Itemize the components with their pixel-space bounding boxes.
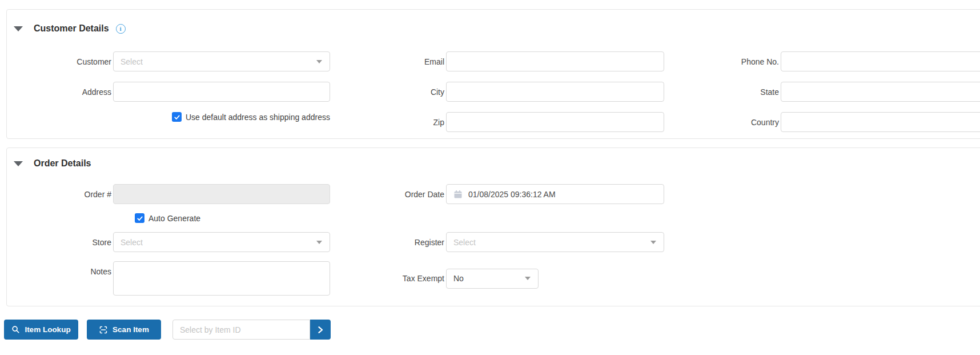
chevron-down-icon (650, 241, 656, 244)
checkmark-icon (174, 114, 180, 121)
address-field[interactable] (113, 82, 330, 102)
register-select-placeholder: Select (453, 238, 476, 247)
calendar-icon (453, 190, 463, 199)
state-field[interactable] (781, 82, 980, 102)
info-icon[interactable]: i (116, 24, 126, 34)
customer-select-placeholder: Select (121, 57, 143, 66)
item-action-bar: Item Lookup Scan Item (4, 320, 331, 340)
zip-label: Zip (332, 118, 444, 127)
customer-details-header: Customer Details i (7, 10, 980, 34)
order-date-label: Order Date (332, 190, 444, 199)
tax-exempt-label: Tax Exempt (332, 274, 444, 283)
notes-field[interactable] (113, 261, 330, 296)
phone-label: Phone No. (666, 57, 779, 66)
phone-field[interactable] (781, 51, 980, 71)
order-number-label: Order # (7, 190, 111, 199)
barcode-scan-icon (99, 325, 108, 334)
store-select[interactable]: Select (113, 232, 330, 252)
scan-item-label: Scan Item (113, 325, 149, 334)
city-field[interactable] (446, 82, 664, 102)
section-title: Order Details (34, 158, 91, 169)
auto-generate-checkbox-label: Auto Generate (148, 214, 200, 223)
chevron-down-icon (525, 277, 531, 280)
email-label: Email (332, 57, 444, 66)
notes-label: Notes (7, 267, 111, 276)
order-details-form: Order # Order Date 01/08/2025 09:36:12 A… (7, 184, 980, 296)
order-number-field (113, 184, 330, 204)
auto-generate-checkbox[interactable] (135, 213, 144, 223)
scan-item-button[interactable]: Scan Item (87, 320, 161, 340)
country-label: Country (666, 118, 779, 127)
item-id-go-button[interactable] (310, 320, 331, 340)
item-lookup-label: Item Lookup (25, 325, 70, 334)
register-select[interactable]: Select (446, 232, 664, 252)
customer-details-form: Customer Select Email Phone No. Address … (7, 51, 980, 132)
order-details-section: Order Details Order # Order Date 01/08/2… (6, 147, 980, 306)
chevron-down-icon (316, 241, 322, 244)
search-icon (11, 325, 20, 334)
collapse-arrow-icon[interactable] (14, 26, 23, 31)
auto-generate-checkbox-row: Auto Generate (135, 213, 330, 223)
customer-select[interactable]: Select (113, 51, 330, 71)
shipping-address-checkbox[interactable] (172, 112, 182, 122)
shipping-address-checkbox-row: Use default address as shipping address (172, 112, 330, 122)
section-title: Customer Details (34, 23, 109, 34)
state-label: State (666, 87, 779, 97)
checkmark-icon (136, 215, 143, 222)
chevron-down-icon (316, 60, 322, 63)
email-field[interactable] (446, 51, 664, 71)
customer-details-section: Customer Details i Customer Select Email… (6, 9, 980, 139)
tax-exempt-value: No (453, 274, 464, 283)
register-label: Register (332, 238, 444, 247)
order-date-value: 01/08/2025 09:36:12 AM (468, 190, 556, 199)
country-field[interactable] (781, 112, 980, 132)
customer-label: Customer (7, 57, 111, 66)
address-label: Address (7, 87, 111, 97)
zip-field[interactable] (446, 112, 664, 132)
order-details-header: Order Details (7, 148, 980, 169)
order-date-field[interactable]: 01/08/2025 09:36:12 AM (446, 184, 664, 204)
store-select-placeholder: Select (121, 238, 143, 247)
collapse-arrow-icon[interactable] (14, 161, 23, 166)
tax-exempt-select[interactable]: No (446, 269, 539, 289)
chevron-right-icon (316, 326, 324, 334)
item-id-input[interactable] (172, 320, 310, 340)
city-label: City (332, 87, 444, 97)
shipping-address-checkbox-label: Use default address as shipping address (186, 113, 330, 122)
store-label: Store (7, 238, 111, 247)
item-lookup-button[interactable]: Item Lookup (4, 320, 78, 340)
